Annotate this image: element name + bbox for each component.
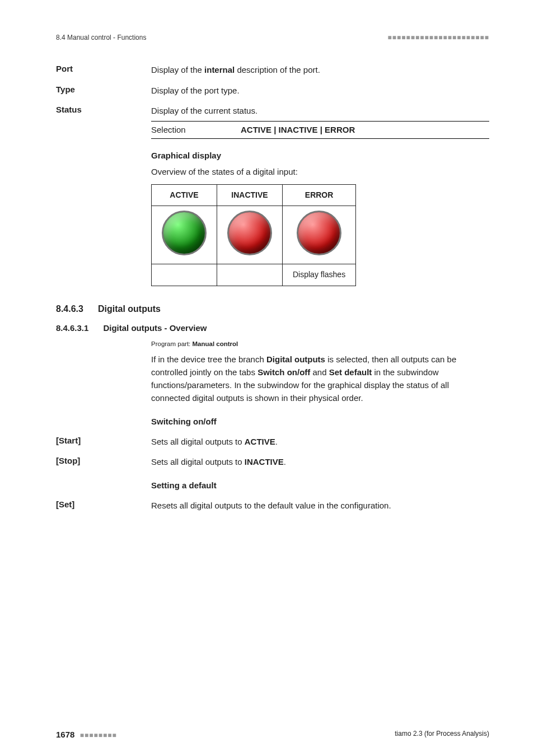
graphical-display-block: Graphical display Overview of the states… [151,149,489,286]
intro-t1: If in the device tree the branch [151,354,266,364]
program-part-value: Manual control [193,340,238,347]
subsection-title: Digital outputs - Overview [103,323,207,333]
subsection-heading-digital-outputs-overview: 8.4.6.3.1 Digital outputs - Overview [56,323,489,333]
intro-t3: and [310,367,329,377]
footer-decor: ■■■■■■■■ [80,731,117,739]
definition-stop: [Stop] Sets all digital outputs to INACT… [56,456,489,469]
desc-stop-val: INACTIVE [245,457,284,466]
page-footer: 1678 ■■■■■■■■ tiamo 2.3 (for Process Ana… [56,730,489,739]
desc-type: Display of the port type. [151,85,489,97]
desc-status: Display of the current status. Selection… [151,105,489,139]
term-status: Status [56,105,151,114]
running-header: 8.4 Manual control - Functions ■■■■■■■■■… [56,34,489,41]
subsection-number: 8.4.6.3.1 [56,323,88,333]
intro-b3: Set default [329,367,372,377]
col-inactive: INACTIVE [217,184,283,206]
desc-stop: Sets all digital outputs to INACTIVE. [151,456,489,469]
led-active-icon [162,211,207,255]
col-error: ERROR [283,184,356,206]
desc-set: Resets all digital outputs to the defaul… [151,500,489,512]
switching-block: Switching on/off [151,415,489,428]
footer-left: 1678 ■■■■■■■■ [56,730,117,739]
col-active: ACTIVE [152,184,217,206]
switching-heading: Switching on/off [151,415,489,428]
section-number: 8.4.6.3 [56,304,83,314]
note-inactive [217,264,283,286]
definition-type: Type Display of the port type. [56,85,489,97]
desc-port-prefix: Display of the [151,65,204,74]
led-error-cell [283,206,356,264]
definition-port: Port Display of the internal description… [56,64,489,77]
led-active-cell [152,206,217,264]
status-table: ACTIVE INACTIVE ERROR Display flashes [151,184,356,286]
term-stop: [Stop] [56,456,151,465]
definition-status: Status Display of the current status. Se… [56,105,489,139]
table-row [152,206,356,264]
term-set: [Set] [56,500,151,509]
page-number: 1678 [56,730,74,739]
desc-port-suffix: description of the port. [235,65,320,74]
setting-default-heading: Setting a default [151,479,489,492]
table-row: ACTIVE INACTIVE ERROR [152,184,356,206]
led-inactive-icon [227,211,272,255]
footer-right: tiamo 2.3 (for Process Analysis) [395,730,489,739]
desc-start: Sets all digital outputs to ACTIVE. [151,436,489,449]
section-heading-digital-outputs: 8.4.6.3 Digital outputs [56,304,489,314]
program-part-label: Program part: [151,340,193,347]
note-error: Display flashes [283,264,356,286]
desc-stop-post: . [284,457,286,466]
section-title: Digital outputs [98,304,161,314]
desc-stop-pre: Sets all digital outputs to [151,457,245,466]
desc-port-bold: internal [204,65,235,74]
running-header-left: 8.4 Manual control - Functions [56,34,146,41]
desc-start-val: ACTIVE [245,437,275,446]
setting-default-block: Setting a default [151,479,489,492]
selection-row: Selection ACTIVE | INACTIVE | ERROR [151,121,489,139]
running-header-decor: ■■■■■■■■■■■■■■■■■■■■■■ [388,34,489,41]
desc-port: Display of the internal description of t… [151,64,489,77]
desc-start-post: . [275,437,278,446]
selection-label: Selection [151,124,241,137]
table-row: Display flashes [152,264,356,286]
definition-set: [Set] Resets all digital outputs to the … [56,500,489,512]
intro-paragraph: If in the device tree the branch Digital… [151,353,489,405]
desc-status-text: Display of the current status. [151,105,489,118]
intro-b1: Digital outputs [266,354,325,364]
graphical-display-lead: Overview of the states of a digital inpu… [151,165,489,178]
term-type: Type [56,85,151,94]
selection-values: ACTIVE | INACTIVE | ERROR [241,124,355,137]
led-error-icon [297,211,341,255]
led-inactive-cell [217,206,283,264]
intro-b2: Switch on/off [257,367,310,377]
definition-start: [Start] Sets all digital outputs to ACTI… [56,436,489,449]
graphical-display-heading: Graphical display [151,149,489,162]
term-start: [Start] [56,436,151,445]
note-active [152,264,217,286]
term-port: Port [56,64,151,73]
desc-start-pre: Sets all digital outputs to [151,437,245,446]
program-part-line: Program part: Manual control [151,340,489,347]
